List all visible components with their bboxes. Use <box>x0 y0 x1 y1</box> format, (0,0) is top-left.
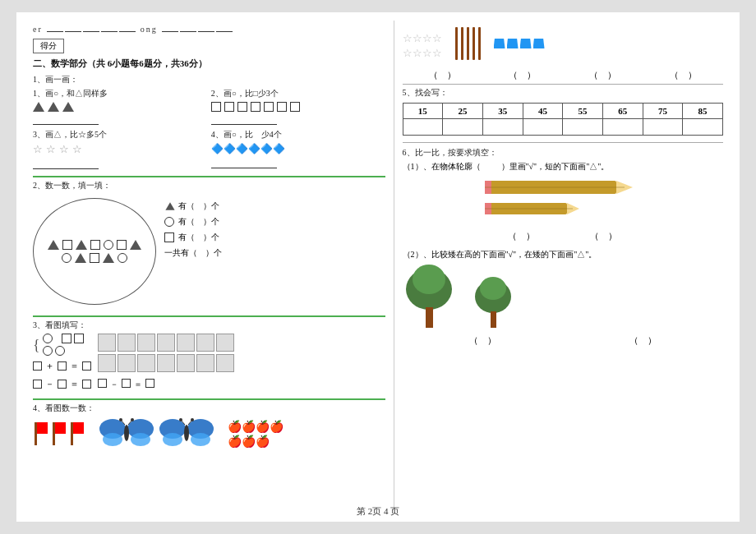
face-shapes <box>43 334 84 356</box>
ans7 <box>643 119 683 136</box>
stick1 <box>455 27 458 60</box>
pencil-container <box>481 177 645 226</box>
pencil-paren-row: （ ） （ ） <box>481 230 645 242</box>
s2 <box>122 379 131 388</box>
fruit5: 🍎 <box>228 435 241 449</box>
stamp4 <box>157 334 175 352</box>
q2-shapes <box>211 102 385 112</box>
s3 <box>145 379 154 388</box>
oval-shapes <box>42 240 147 263</box>
p3: （ ） <box>589 69 616 81</box>
ans1 <box>403 119 443 136</box>
flag-svg2 <box>51 422 67 445</box>
q3-text: 3、画△，比☆多5个 <box>33 129 207 140</box>
ans5 <box>563 119 603 136</box>
stamp-icons: 🔷🔷🔷🔷🔷🔷 <box>211 143 285 155</box>
tp2: （ ） <box>629 334 657 347</box>
square-icon <box>224 102 234 112</box>
fruit1: 🍎 <box>228 420 241 434</box>
stamp2 <box>118 334 136 352</box>
stamp8 <box>98 354 116 372</box>
paren-row1: （ ） （ ） （ ） （ ） <box>403 69 723 81</box>
square-icon <box>211 102 221 112</box>
svg-rect-3 <box>55 422 66 434</box>
ans2 <box>443 119 483 136</box>
fruit4: 🍎 <box>270 420 283 434</box>
svg-rect-0 <box>35 422 37 445</box>
pinyin-line: er ong <box>33 25 385 34</box>
flag-svg3 <box>69 422 85 445</box>
eq-sign: ＝ <box>70 360 79 372</box>
triangle-count-text: 有（ ）个 <box>178 199 219 214</box>
tri1 <box>48 240 59 250</box>
right-divider2 <box>403 142 723 143</box>
page-footer: 第 2页 4 页 <box>357 505 399 518</box>
svg-point-36 <box>480 277 506 300</box>
svg-point-8 <box>103 433 122 446</box>
ans4 <box>523 119 563 136</box>
section5: 5、找会写： 15 25 35 45 55 65 75 85 <box>403 87 723 136</box>
p1: （ ） <box>429 69 456 81</box>
sub1-label: （1）、在物体轮廓（ <box>403 162 481 171</box>
draw-q1: 1、画○，和△同样多 <box>33 88 207 125</box>
eq: ＝ <box>134 379 142 393</box>
ans8 <box>683 119 723 136</box>
count-section: 2、数一数，填一填： <box>33 180 385 309</box>
stamp9 <box>118 354 136 372</box>
q3-answer <box>33 158 99 169</box>
draw-title: 1、画一画： <box>33 74 385 85</box>
stick2 <box>461 27 463 60</box>
plus-sign: ＋ <box>45 360 54 372</box>
stamp1 <box>98 334 116 352</box>
ans6 <box>602 119 643 136</box>
fruits-container: 🍎 🍎 🍎 🍎 🍎 🍎 🍎 <box>228 420 283 449</box>
stamp13 <box>196 354 214 372</box>
tri5 <box>103 253 114 263</box>
q4-text: 4、画○，比 少4个 <box>211 129 385 140</box>
circle-count-row: 有（ ）个 <box>164 214 222 229</box>
draw-q4: 4、画○，比 少4个 🔷🔷🔷🔷🔷🔷 <box>211 129 385 169</box>
number-table: 15 25 35 45 55 65 75 85 <box>403 103 723 136</box>
small-tree <box>472 277 514 330</box>
tree-paren-row: （ ） （ ） <box>403 334 723 347</box>
star-icon: ☆ <box>46 143 56 156</box>
sub1-text: （1）、在物体轮廓（ ）里画"√"，短的下面画"△"。 <box>403 161 723 173</box>
shapes-row2 <box>43 346 84 356</box>
tri-icon <box>165 202 174 210</box>
p2: （ ） <box>509 69 536 81</box>
tri3 <box>130 240 141 250</box>
c3 <box>55 346 65 356</box>
sub2-text: （2）、比较矮在高的下面画"√"，在矮的下面画"△"。 <box>403 249 723 260</box>
bucket2 <box>507 39 519 48</box>
stamp3 <box>137 334 155 352</box>
draw-section: 1、画一画： 1、画○，和△同样多 2、画○，比□少3个 <box>33 74 385 169</box>
svg-point-17 <box>163 433 182 446</box>
divider2 <box>33 315 385 317</box>
count-title: 2、数一数，填一填： <box>33 180 385 191</box>
sq-blank3 <box>82 361 91 371</box>
score-label: 得分 <box>40 41 57 50</box>
square-icon <box>237 102 247 112</box>
num-55: 55 <box>563 104 603 119</box>
spacer <box>403 242 723 246</box>
butterfly-svg <box>98 417 155 449</box>
draw-q3: 3、画△，比☆多5个 ☆ ☆ ☆ ☆ <box>33 129 207 169</box>
c1 <box>43 334 53 343</box>
draw-grid: 1、画○，和△同样多 2、画○，比□少3个 <box>33 88 385 169</box>
stamp11 <box>157 354 175 372</box>
s2 <box>74 334 84 343</box>
stamps-eq: － ＝ <box>98 379 154 393</box>
sq2 <box>90 240 100 250</box>
table-answer-row <box>403 119 722 136</box>
sq-blank5 <box>58 380 67 389</box>
svg-rect-1 <box>37 422 48 434</box>
c2 <box>43 346 53 356</box>
q1-answer <box>33 113 99 125</box>
stick4 <box>472 27 475 60</box>
section5-title: 5、找会写： <box>403 87 723 99</box>
flag-svg1 <box>33 422 49 445</box>
blank1 <box>482 162 499 171</box>
svg-rect-34 <box>426 307 433 328</box>
left-column: er ong 得分 二、数学部分（共 6小题每6题分，共36分） 1、画一画： … <box>25 21 394 513</box>
q3-shapes: ☆ ☆ ☆ ☆ <box>33 143 207 156</box>
